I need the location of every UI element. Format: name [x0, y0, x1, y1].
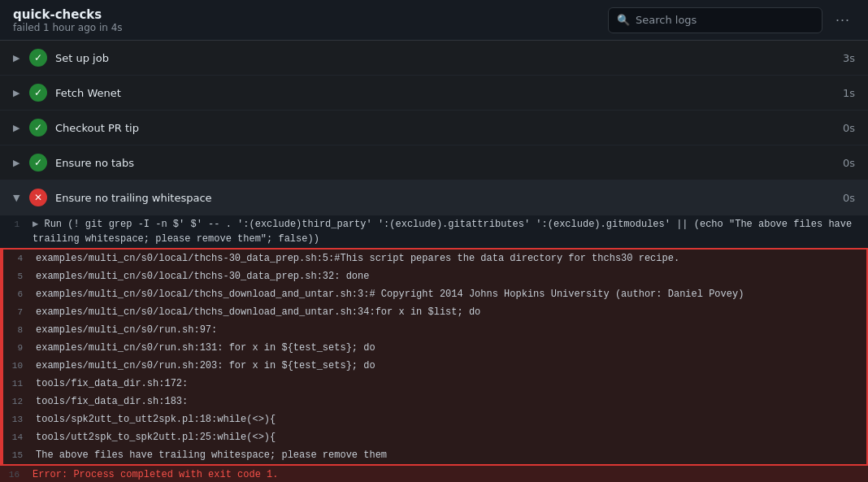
log-line-number: 15 — [3, 448, 36, 462]
log-line: 7 examples/multi_cn/s0/local/thchs_downl… — [2, 303, 866, 321]
step-duration: 0s — [843, 157, 855, 169]
log-line-content: examples/multi_cn/s0/run.sh:97: — [36, 323, 866, 337]
chevron-right-icon: ▶ — [13, 53, 29, 63]
log-line-content: examples/multi_cn/s0/run.sh:203: for x i… — [36, 358, 866, 373]
log-line: 8 examples/multi_cn/s0/run.sh:97: — [2, 321, 866, 339]
more-options-button[interactable]: ··· — [831, 8, 855, 32]
step-row[interactable]: ▶ ✓ Fetch Wenet 1s — [0, 76, 868, 111]
step-status-icon-failure: ✕ — [29, 189, 47, 206]
log-line: 6 examples/multi_cn/s0/local/thchs_downl… — [2, 285, 866, 303]
log-line-content: examples/multi_cn/s0/run.sh:131: for x i… — [36, 341, 866, 355]
steps-container: ▶ ✓ Set up job 3s ▶ ✓ Fetch Wenet 1s ▶ ✓… — [0, 41, 868, 482]
log-line-content: tools/fix_data_dir.sh:172: — [36, 376, 866, 391]
log-line-content: Error: Process completed with exit code … — [33, 467, 868, 482]
log-line-error: 16 Error: Process completed with exit co… — [0, 466, 868, 482]
step-status-icon: ✓ — [29, 119, 47, 137]
log-line: 9 examples/multi_cn/s0/run.sh:131: for x… — [2, 339, 866, 357]
step-status-icon: ✓ — [29, 49, 47, 67]
log-line-content: examples/multi_cn/s0/local/thchs_downloa… — [36, 305, 866, 319]
log-line-number: 9 — [3, 341, 36, 355]
log-line-number: 8 — [3, 323, 36, 337]
step-label: Fetch Wenet — [55, 87, 835, 99]
step-duration: 0s — [843, 122, 855, 134]
header-right: 🔍 Search logs ··· — [608, 7, 855, 33]
step-duration: 3s — [843, 52, 855, 64]
log-line: 10 examples/multi_cn/s0/run.sh:203: for … — [2, 357, 866, 375]
log-line: 13 tools/spk2utt_to_utt2spk.pl:18:while(… — [2, 410, 866, 428]
chevron-right-icon: ▶ — [13, 158, 29, 168]
log-line: 1 ▶ Run (! git grep -I -n $' $' -- . ':(… — [0, 215, 868, 248]
log-line-number: 6 — [3, 287, 36, 302]
step-status-icon: ✓ — [29, 84, 47, 102]
log-line-number: 16 — [0, 467, 33, 482]
step-row[interactable]: ▶ ✓ Ensure no tabs 0s — [0, 145, 868, 180]
log-line-content: tools/spk2utt_to_utt2spk.pl:18:while(<>)… — [36, 412, 866, 427]
log-line-content: examples/multi_cn/s0/local/thchs-30_data… — [36, 269, 866, 284]
step-duration: 1s — [843, 87, 855, 99]
log-line-content: examples/multi_cn/s0/local/thchs-30_data… — [36, 251, 866, 266]
step-status-icon: ✓ — [29, 154, 47, 172]
arrow-icon: ▶ — [33, 219, 44, 230]
log-line-content: tools/fix_data_dir.sh:183: — [36, 394, 866, 409]
workflow-status: failed 1 hour ago in 4s — [13, 22, 123, 33]
chevron-right-icon: ▶ — [13, 123, 29, 133]
log-line-content: The above files have trailing whitespace… — [36, 448, 866, 462]
log-line-number: 12 — [3, 394, 36, 409]
step-row[interactable]: ▶ ✓ Checkout PR tip 0s — [0, 111, 868, 145]
step-row-expanded[interactable]: ▼ ✕ Ensure no trailing whitespace 0s — [0, 180, 868, 215]
chevron-down-icon: ▼ — [13, 193, 29, 203]
step-label: Ensure no trailing whitespace — [55, 192, 835, 204]
step-label: Set up job — [55, 52, 835, 64]
log-output: 1 ▶ Run (! git grep -I -n $' $' -- . ':(… — [0, 215, 868, 482]
log-line-number: 13 — [3, 412, 36, 427]
log-line-number: 4 — [3, 251, 36, 266]
highlighted-block: 4 examples/multi_cn/s0/local/thchs-30_da… — [0, 248, 868, 466]
step-row[interactable]: ▶ ✓ Set up job 3s — [0, 41, 868, 76]
header: quick-checks failed 1 hour ago in 4s 🔍 S… — [0, 0, 868, 41]
workflow-title: quick-checks — [13, 7, 123, 22]
log-line-content: ▶ Run (! git grep -I -n $' $' -- . ':(ex… — [33, 217, 868, 246]
chevron-right-icon: ▶ — [13, 88, 29, 98]
search-placeholder: Search logs — [636, 14, 697, 26]
log-line: 14 tools/utt2spk_to_spk2utt.pl:25:while(… — [2, 428, 866, 446]
log-line-number: 14 — [3, 430, 36, 445]
search-icon: 🔍 — [617, 14, 630, 26]
step-label: Checkout PR tip — [55, 122, 835, 134]
log-line-number: 10 — [3, 358, 36, 373]
step-label: Ensure no tabs — [55, 157, 835, 169]
log-line-content: tools/utt2spk_to_spk2utt.pl:25:while(<>)… — [36, 430, 866, 445]
step-duration: 0s — [843, 192, 855, 204]
header-left: quick-checks failed 1 hour ago in 4s — [13, 7, 123, 33]
log-line-number: 7 — [3, 305, 36, 319]
search-box[interactable]: 🔍 Search logs — [608, 7, 822, 33]
log-line-number: 11 — [3, 376, 36, 391]
log-line: 12 tools/fix_data_dir.sh:183: — [2, 393, 866, 410]
log-line-number: 1 — [0, 217, 33, 232]
log-line: 15 The above files have trailing whitesp… — [2, 446, 866, 464]
log-line-content: examples/multi_cn/s0/local/thchs_downloa… — [36, 287, 866, 302]
log-line: 5 examples/multi_cn/s0/local/thchs-30_da… — [2, 267, 866, 285]
log-line: 4 examples/multi_cn/s0/local/thchs-30_da… — [2, 250, 866, 267]
log-line-number: 5 — [3, 269, 36, 284]
log-line: 11 tools/fix_data_dir.sh:172: — [2, 375, 866, 393]
